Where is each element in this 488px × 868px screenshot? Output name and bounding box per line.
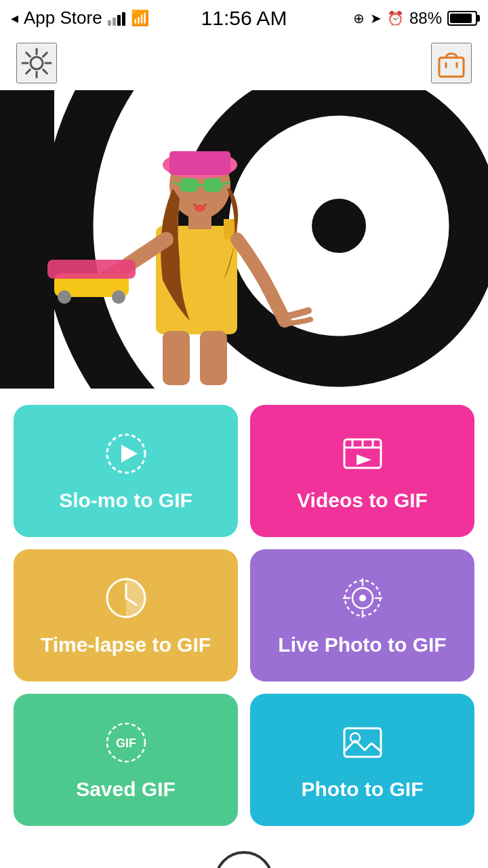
- image-icon: [339, 719, 386, 766]
- svg-rect-27: [203, 178, 222, 192]
- clock-half-icon: [102, 574, 150, 622]
- battery-percent: 88%: [409, 9, 442, 28]
- videos-label: Videos to GIF: [297, 488, 428, 513]
- svg-marker-39: [121, 445, 138, 462]
- svg-point-31: [195, 205, 205, 212]
- app-header: [0, 36, 488, 90]
- status-bar: ◂ App Store 📶 11:56 AM ⊕ ➤ ⏰ 88%: [0, 0, 488, 36]
- navigate-icon: ➤: [370, 10, 382, 26]
- timelapse-button[interactable]: Time-lapse to GIF: [14, 549, 238, 682]
- savedgif-button[interactable]: GIF Saved GIF: [14, 694, 238, 826]
- shopping-bag-icon: [434, 45, 469, 81]
- gear-icon: [19, 45, 54, 81]
- svg-rect-35: [47, 260, 136, 279]
- svg-rect-37: [200, 331, 227, 385]
- status-right: ⊕ ➤ ⏰ 88%: [353, 9, 477, 28]
- photogif-button[interactable]: Photo to GIF: [250, 694, 474, 826]
- svg-line-6: [43, 70, 47, 74]
- livephoto-button[interactable]: Live Photo to GIF: [250, 549, 474, 682]
- status-time: 11:56 AM: [201, 7, 287, 30]
- svg-line-7: [43, 53, 47, 57]
- shop-button[interactable]: [431, 43, 472, 83]
- svg-text:GIF: GIF: [116, 736, 136, 750]
- location-icon: ⊕: [353, 10, 365, 26]
- svg-point-33: [58, 290, 71, 304]
- gif-dashed-icon: GIF: [102, 719, 150, 766]
- film-play-icon: [339, 430, 386, 477]
- timelapse-label: Time-lapse to GIF: [41, 633, 211, 657]
- svg-rect-56: [344, 728, 381, 757]
- svg-point-49: [359, 595, 366, 601]
- settings-button[interactable]: [16, 43, 57, 83]
- hero-banner: [0, 90, 488, 389]
- livephoto-label: Live Photo to GIF: [278, 633, 446, 657]
- svg-rect-26: [180, 178, 199, 192]
- alarm-icon: ⏰: [387, 10, 404, 26]
- svg-rect-36: [163, 331, 190, 385]
- wifi-icon: 📶: [131, 9, 149, 27]
- svg-marker-45: [357, 454, 371, 465]
- svg-rect-9: [439, 58, 464, 77]
- carrier-label: App Store: [24, 7, 102, 28]
- status-left: ◂ App Store 📶: [11, 7, 149, 28]
- videos-button[interactable]: Videos to GIF: [250, 405, 474, 537]
- signal-icon: [108, 11, 125, 26]
- bottom-search-bar: GIF: [0, 833, 488, 868]
- battery-icon: [447, 11, 477, 26]
- slo-mo-button[interactable]: Slo-mo to GIF: [14, 405, 238, 537]
- svg-point-34: [112, 290, 125, 304]
- feature-grid: Slo-mo to GIF Videos to GIF: [0, 389, 488, 833]
- svg-rect-25: [169, 151, 230, 175]
- back-arrow-icon: ◂: [11, 9, 18, 27]
- svg-line-8: [26, 70, 30, 74]
- gif-search-button[interactable]: GIF: [207, 844, 281, 868]
- slo-mo-label: Slo-mo to GIF: [59, 488, 192, 513]
- hero-figure: [0, 90, 488, 389]
- svg-line-5: [26, 53, 30, 57]
- photogif-label: Photo to GIF: [302, 777, 424, 802]
- savedgif-label: Saved GIF: [76, 777, 176, 802]
- target-dashed-icon: [339, 574, 386, 622]
- svg-point-0: [30, 57, 43, 69]
- play-circle-dashed-icon: [102, 430, 150, 477]
